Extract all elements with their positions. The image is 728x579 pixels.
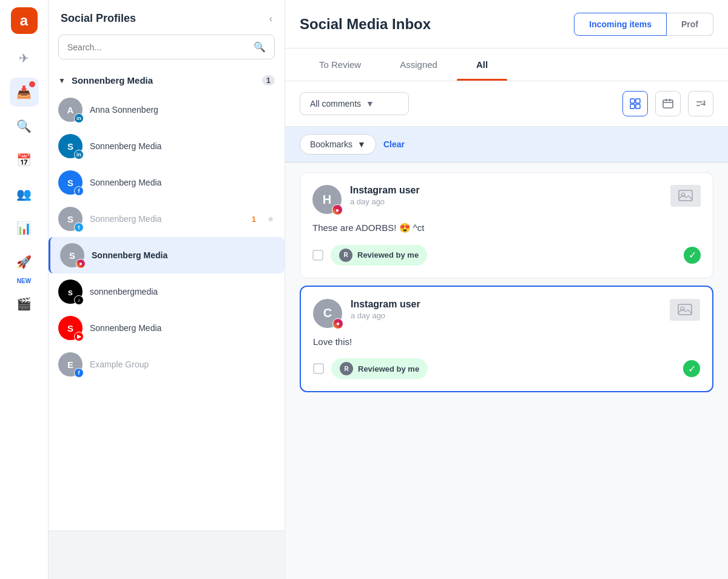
profile-group-name: Sonnenberg Media (72, 75, 256, 85)
new-nav-icon[interactable]: 🚀 (10, 247, 39, 276)
list-item[interactable]: S t Sonnenberg Media 1 ★ (49, 201, 285, 237)
item-info: Instagram user a day ago (350, 185, 662, 206)
to-review-tab[interactable]: To Review (300, 49, 380, 81)
svg-rect-0 (630, 99, 635, 103)
filter-bar: All comments ▼ (285, 81, 728, 127)
item-checkbox[interactable] (312, 250, 323, 261)
item-username: Instagram user (351, 299, 661, 310)
all-tab[interactable]: All (457, 49, 507, 81)
calendar-view-button[interactable] (655, 91, 681, 116)
profile-name: Example Group (90, 360, 275, 369)
search-nav-icon[interactable]: 🔍 (10, 112, 39, 141)
item-header: H ● Instagram user a day ago (312, 185, 701, 214)
new-nav-label: NEW (17, 278, 31, 284)
list-item[interactable]: S ● Sonnenberg Media (49, 237, 285, 273)
app-logo[interactable]: a (11, 7, 38, 34)
main-content: Social Media Inbox Incoming items Prof T… (285, 0, 728, 579)
reviewed-badge[interactable]: R Reviewed by me (331, 245, 427, 266)
inbox-nav-icon[interactable]: 📥 (10, 78, 39, 107)
list-item[interactable]: S in Sonnenberg Media (49, 128, 285, 164)
inbox-list: H ● Instagram user a day ago (285, 162, 728, 402)
team-nav-icon[interactable]: 👥 (10, 179, 39, 209)
inbox-item[interactable]: H ● Instagram user a day ago (300, 172, 713, 278)
reviewed-label: Reviewed by me (357, 250, 419, 259)
left-navigation: a ✈ 📥 🔍 📅 👥 📊 🚀 NEW 🎬 (0, 0, 49, 579)
profile-group-header[interactable]: ▼ Sonnenberg Media 1 (58, 69, 275, 92)
sort-button[interactable] (688, 91, 713, 116)
item-header: C ● Instagram user a day ago (313, 299, 700, 328)
avatar: E f (58, 352, 83, 377)
complete-check[interactable]: ✓ (684, 247, 701, 264)
calendar-nav-icon[interactable]: 📅 (10, 146, 39, 175)
grid-view-button[interactable] (622, 91, 648, 116)
bookmarks-bar: Bookmarks ▼ Clear (285, 127, 728, 162)
media-nav-icon[interactable]: 🎬 (10, 289, 39, 318)
reviewed-label: Reviewed by me (358, 364, 419, 373)
profile-name: Sonnenberg Media (90, 214, 244, 224)
inbox-item[interactable]: C ● Instagram user a day ago (300, 286, 713, 393)
reviewed-badge[interactable]: R Reviewed by me (331, 358, 428, 379)
profile-name: sonnenbergmedia (90, 287, 275, 296)
profile-tab[interactable]: Prof (667, 13, 713, 36)
sub-tabs: To Review Assigned All (285, 49, 728, 81)
grid-icon (629, 98, 641, 110)
item-message: These are ADORBS! 😍 ^ct (312, 221, 701, 235)
notification-count: 1 (252, 215, 256, 224)
list-item[interactable]: E f Example Group (49, 346, 285, 383)
top-bar: Social Media Inbox Incoming items Prof (285, 0, 728, 49)
clear-filter-button[interactable]: Clear (383, 139, 405, 149)
linkedin-badge: in (74, 150, 84, 159)
list-item[interactable]: S f Sonnenberg Media (49, 164, 285, 201)
avatar: s ♪ (58, 279, 83, 304)
profile-name: Sonnenberg Media (90, 178, 275, 187)
avatar: S in (58, 134, 83, 158)
instagram-badge: ● (76, 259, 86, 269)
facebook-badge: f (74, 368, 84, 378)
send-nav-icon[interactable]: ✈ (10, 44, 39, 73)
svg-rect-13 (678, 304, 692, 315)
assigned-tab[interactable]: Assigned (380, 49, 457, 81)
calendar-icon (662, 98, 674, 110)
item-footer: R Reviewed by me ✓ (312, 245, 701, 266)
search-box[interactable]: 🔍 (58, 35, 275, 59)
content-area: H ● Instagram user a day ago (285, 162, 728, 579)
sort-icon (695, 98, 706, 109)
item-footer: R Reviewed by me ✓ (313, 358, 700, 379)
complete-check[interactable]: ✓ (683, 360, 700, 377)
comment-filter-select[interactable]: All comments ▼ (300, 92, 409, 115)
list-item[interactable]: S ▶ Sonnenberg Media (49, 310, 285, 346)
item-message: Love this! (313, 335, 700, 349)
avatar: S f (58, 170, 83, 195)
bookmark-label: Bookmarks (310, 139, 352, 149)
sidebar-header: Social Profiles ‹ (49, 0, 285, 35)
profile-name: Sonnenberg Media (90, 141, 275, 151)
search-input[interactable] (67, 42, 254, 52)
sidebar-footer (49, 530, 285, 579)
item-username: Instagram user (350, 185, 662, 196)
avatar: A in (58, 98, 83, 122)
chevron-down-icon: ▼ (58, 76, 66, 85)
star-icon[interactable]: ★ (267, 214, 275, 224)
instagram-badge: ● (332, 318, 343, 329)
avatar: S ● (60, 243, 84, 267)
sidebar: Social Profiles ‹ 🔍 ▼ Sonnenberg Media 1… (49, 0, 285, 579)
svg-rect-4 (663, 100, 673, 108)
list-item[interactable]: A in Anna Sonnenberg (49, 92, 285, 128)
collapse-button[interactable]: ‹ (269, 13, 272, 24)
bookmark-filter-select[interactable]: Bookmarks ▼ (300, 134, 376, 155)
youtube-badge: ▶ (74, 332, 84, 341)
item-checkbox[interactable] (313, 363, 324, 374)
profile-name: Anna Sonnenberg (90, 105, 275, 115)
svg-rect-11 (679, 190, 692, 201)
list-item[interactable]: s ♪ sonnenbergmedia (49, 273, 285, 310)
item-image-placeholder (670, 299, 700, 321)
avatar: H ● (312, 185, 342, 214)
avatar: C ● (313, 299, 342, 328)
reviewer-avatar: R (340, 362, 353, 375)
analytics-nav-icon[interactable]: 📊 (10, 213, 39, 243)
chevron-down-icon: ▼ (366, 99, 374, 109)
instagram-badge: ● (332, 204, 343, 215)
profile-name: Sonnenberg Media (90, 323, 275, 333)
item-time: a day ago (351, 311, 661, 320)
incoming-items-tab[interactable]: Incoming items (574, 13, 667, 36)
